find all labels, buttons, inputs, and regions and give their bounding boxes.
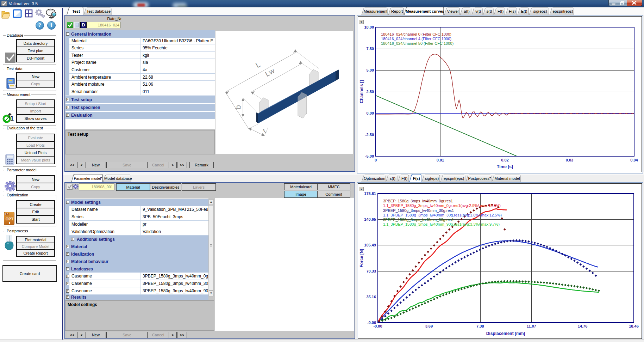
svg-text:105.49: 105.49 [364,243,376,247]
svg-text:175.81: 175.81 [364,191,376,196]
svg-text:5.00: 5.00 [367,68,374,72]
svg-text:Test database: Test database [87,9,111,13]
svg-text:35.16: 35.16 [366,295,376,299]
svg-text:3PBEP_1580g_3mps_lw40mm_30g.re: 3PBEP_1580g_3mps_lw40mm_30g.res1 [383,208,454,213]
svg-text:Model database: Model database [104,176,132,181]
svg-text:Viewer: Viewer [447,9,459,13]
svg-text:7.38: 7.38 [476,324,484,328]
svg-text:v(t): v(t) [475,9,481,13]
svg-text:E(t): E(t) [521,9,527,13]
svg-text:11.07: 11.07 [527,324,536,328]
svg-text:7.50: 7.50 [367,47,374,51]
svg-text:-5.00: -5.00 [365,154,374,158]
svg-text:t: t [261,127,267,134]
svg-text:1.1_3PBEP_1580g_3mps_lw40mm_90: 1.1_3PBEP_1580g_3mps_lw40mm_90g.res1(avg… [383,222,500,226]
svg-text:-2.50: -2.50 [365,133,374,137]
svg-text:Measurement curves: Measurement curves [406,9,444,13]
svg-text:0: 0 [375,158,377,162]
svg-text:epspnt(eps): epspnt(eps) [444,176,464,181]
svg-text:Optimization: Optimization [364,176,385,181]
svg-text:F(s): F(s) [413,176,420,181]
svg-text:180416_024/channel 50 (Filter: 180416_024/channel 50 (Filter CFC 1000) [381,41,454,45]
svg-text:0.04: 0.04 [630,158,638,162]
svg-text:F(s): F(s) [509,9,516,13]
svg-text:Test: Test [72,9,80,13]
svg-text:0.02: 0.02 [501,158,508,162]
svg-text:0.03: 0.03 [566,158,573,162]
svg-text:Lw: Lw [264,66,276,78]
svg-text:F(t): F(t) [401,176,407,181]
svg-text:2.50: 2.50 [367,90,374,94]
svg-text:0.00: 0.00 [367,111,374,115]
svg-text:1: 1 [10,115,14,122]
svg-text:Time [s]: Time [s] [497,164,513,169]
svg-text:Channels []: Channels [] [359,80,364,103]
svg-text:sig(eps): sig(eps) [533,9,547,13]
svg-text:14.76: 14.76 [578,324,588,328]
svg-text:a(t): a(t) [464,9,470,13]
svg-text:180416_024/channel 0 (Filter C: 180416_024/channel 0 (Filter CFC 1000) [381,32,451,36]
svg-text:sig(eps): sig(eps) [425,176,439,181]
svg-text:Measurement: Measurement [364,9,387,13]
svg-text:s(t): s(t) [487,9,492,13]
svg-text:Report: Report [391,9,403,13]
svg-text:Postprocess*: Postprocess* [468,176,492,181]
svg-text:Material model: Material model [494,176,520,181]
svg-text:epspnt(eps): epspnt(eps) [552,9,573,13]
svg-text:3PBEP_1580g_3mps_lw40mm_90g.re: 3PBEP_1580g_3mps_lw40mm_90g.res1 [383,218,454,222]
svg-text:-0.00: -0.00 [373,324,382,328]
svg-text:70.33: 70.33 [366,269,376,273]
svg-text:0.01: 0.01 [437,158,444,162]
svg-text:F(t): F(t) [498,9,504,13]
svg-text:1.1_3PBEP_1580g_3mps_lw40mm_0g: 1.1_3PBEP_1580g_3mps_lw40mm_0gr.res1(avg… [383,203,501,208]
svg-text:180416_024/channel 4 (Filter C: 180416_024/channel 4 (Filter CFC 1000) [381,37,451,41]
svg-text:140.65: 140.65 [364,217,376,221]
svg-text:3PBEP_1580g_3mps_lw40mm_0gr.re: 3PBEP_1580g_3mps_lw40mm_0gr.res1 [383,199,453,203]
svg-text:1.1_3PBEP_1580g_3mps_lw40mm_30: 1.1_3PBEP_1580g_3mps_lw40mm_30g.res1(avg… [383,213,502,217]
svg-text:L: L [254,60,262,69]
svg-text:s(t): s(t) [390,176,395,181]
svg-text:18.46: 18.46 [629,324,639,328]
svg-text:Force [N]: Force [N] [359,249,364,268]
svg-text:b: b [234,105,242,109]
svg-text:3.69: 3.69 [425,324,433,328]
svg-text:10.00: 10.00 [364,25,374,29]
svg-text:Parameter model*: Parameter model* [74,177,102,181]
svg-text:Displacement [mm]: Displacement [mm] [486,331,525,336]
